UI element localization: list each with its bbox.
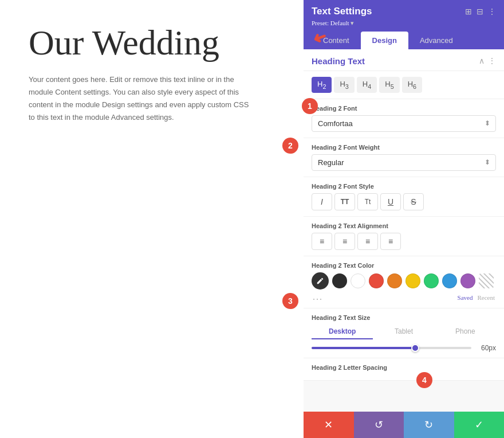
letter-spacing-setting: Heading 2 Letter Spacing (304, 358, 504, 381)
content-description: Your content goes here. Edit or remove t… (29, 73, 252, 124)
size-tabs: Desktop Tablet Phone (312, 324, 496, 339)
color-more-icon[interactable]: ... (313, 292, 323, 302)
color-swatches (312, 272, 496, 290)
size-tab-desktop[interactable]: Desktop (312, 324, 373, 339)
heading-tabs: H2 H3 H4 H5 H6 (304, 71, 504, 99)
size-tab-phone[interactable]: Phone (435, 324, 496, 339)
saved-recent-labels: Saved Recent (458, 293, 495, 301)
settings-tabs: Content Design Advanced (312, 32, 496, 49)
color-label: Heading 2 Text Color (312, 262, 496, 269)
slider-thumb[interactable] (411, 344, 419, 352)
size-setting: Heading 2 Text Size Desktop Tablet Phone… (304, 308, 504, 358)
size-slider-track[interactable] (312, 347, 471, 349)
heading-tab-h5[interactable]: H5 (379, 77, 399, 93)
color-blue[interactable] (442, 273, 457, 288)
color-black[interactable] (332, 273, 347, 288)
align-justify-button[interactable]: ≡ (380, 233, 401, 250)
color-custom[interactable] (479, 273, 494, 288)
saved-label[interactable]: Saved (458, 294, 473, 301)
alignment-label: Heading 2 Text Alignment (312, 222, 496, 229)
header-icons: ⊞ ⊟ ⋮ (465, 7, 496, 17)
more-icon[interactable]: ⋮ (488, 7, 496, 17)
tab-design[interactable]: Design (361, 32, 408, 49)
color-green[interactable] (424, 273, 439, 288)
heading-tab-h4[interactable]: H4 (357, 77, 377, 93)
settings-panel: Text Settings ⊞ ⊟ ⋮ Preset: Default ▾ Co… (304, 0, 504, 438)
settings-title: Text Settings (312, 6, 372, 17)
section-header: Heading Text ∧ ⋮ (304, 49, 504, 71)
recent-label[interactable]: Recent (477, 294, 495, 301)
font-style-setting: Heading 2 Font Style I TT Tt U S (304, 177, 504, 217)
size-value: 60px (476, 344, 496, 352)
capitalize-button[interactable]: Tt (357, 193, 378, 210)
step-badge-3: 3 (282, 293, 298, 309)
save-button[interactable]: ✓ (454, 412, 505, 438)
style-buttons: I TT Tt U S (312, 193, 496, 210)
font-weight-label: Heading 2 Font Weight (312, 144, 496, 151)
color-purple[interactable] (460, 273, 475, 288)
color-orange[interactable] (387, 273, 402, 288)
redo-button[interactable]: ↻ (404, 412, 454, 438)
underline-button[interactable]: U (380, 193, 401, 210)
slider-fill (312, 347, 415, 349)
color-setting: Heading 2 Text Color ... (304, 256, 504, 308)
tab-advanced[interactable]: Advanced (408, 32, 464, 49)
size-label: Heading 2 Text Size (312, 314, 496, 321)
settings-header: Text Settings ⊞ ⊟ ⋮ Preset: Default ▾ Co… (304, 0, 504, 49)
section-title: Heading Text (312, 56, 365, 66)
columns-icon[interactable]: ⊟ (477, 7, 483, 17)
font-label: Heading 2 Font (312, 105, 496, 112)
main-heading: Our Wedding (29, 23, 219, 62)
pen-icon (316, 277, 324, 285)
step-badge-2: 2 (282, 138, 298, 154)
step-badge-4: 4 (416, 372, 432, 388)
color-picker-button[interactable] (312, 272, 329, 290)
undo-button[interactable]: ↺ (354, 412, 404, 438)
bottom-bar: ✕ ↺ ↻ ✓ (304, 412, 504, 438)
font-weight-select[interactable]: Regular (312, 154, 496, 171)
italic-button[interactable]: I (312, 193, 332, 210)
align-right-button[interactable]: ≡ (357, 233, 378, 250)
font-style-label: Heading 2 Font Style (312, 183, 496, 190)
letter-spacing-label: Heading 2 Letter Spacing (312, 364, 496, 371)
font-weight-setting: Heading 2 Font Weight Regular (304, 138, 504, 177)
color-yellow[interactable] (405, 273, 420, 288)
color-red[interactable] (369, 273, 384, 288)
settings-content: Heading 2 Font Comfortaa Heading 2 Font … (304, 99, 504, 381)
expand-icon[interactable]: ⊞ (465, 7, 472, 17)
font-select[interactable]: Comfortaa (312, 115, 496, 132)
collapse-icon[interactable]: ∧ (479, 56, 485, 66)
heading-tab-h2[interactable]: H2 (312, 77, 332, 93)
size-tab-tablet[interactable]: Tablet (373, 324, 434, 339)
uppercase-button[interactable]: TT (334, 193, 355, 210)
step-badge-1: 1 (302, 98, 318, 114)
align-center-button[interactable]: ≡ (334, 233, 355, 250)
color-white[interactable] (351, 273, 365, 288)
alignment-setting: Heading 2 Text Alignment ≡ ≡ ≡ ≡ (304, 217, 504, 256)
heading-tab-h3[interactable]: H3 (334, 77, 354, 93)
align-buttons: ≡ ≡ ≡ ≡ (312, 233, 496, 250)
heading-tab-h6[interactable]: H6 (402, 77, 422, 93)
settings-body: Heading Text ∧ ⋮ H2 H3 H4 H5 H6 Heading … (304, 49, 504, 412)
content-panel: Our Wedding ➜ Your content goes here. Ed… (0, 0, 304, 438)
font-setting: Heading 2 Font Comfortaa (304, 99, 504, 138)
align-left-button[interactable]: ≡ (312, 233, 332, 250)
section-more-icon[interactable]: ⋮ (488, 56, 496, 66)
cancel-button[interactable]: ✕ (304, 412, 354, 438)
strikethrough-button[interactable]: S (403, 193, 424, 210)
preset-text: Preset: Default ▾ (312, 19, 496, 27)
size-slider-row: 60px (312, 344, 496, 352)
